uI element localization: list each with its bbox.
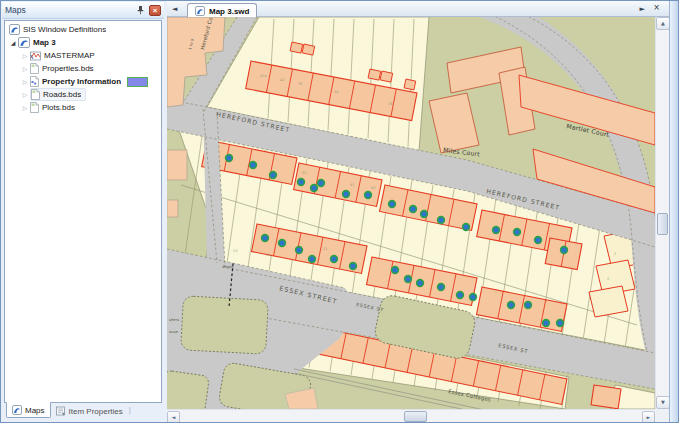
svg-text:47a: 47a <box>260 74 267 78</box>
map-tab-bar: ◄ Map 3.swd ► × <box>167 1 669 17</box>
vertical-scrollbar[interactable]: ▲ ▼ <box>655 17 669 409</box>
svg-text:Posts: Posts <box>223 264 233 269</box>
tree-item-roads-bds[interactable]: ▷ Roads.bds <box>5 88 161 101</box>
svg-text:2: 2 <box>607 277 609 281</box>
panel-title: Maps <box>5 5 26 15</box>
layer-style-swatch[interactable] <box>127 77 148 87</box>
file-icon <box>30 76 39 87</box>
sis-icon <box>9 24 20 35</box>
expander-collapsed-icon[interactable]: ▷ <box>20 52 30 59</box>
tree-item-label: Map 3 <box>33 38 56 47</box>
tree-view: SIS Window Definitions ◢ Map 3 ▷ MASTERM… <box>4 20 162 403</box>
file-icon <box>30 63 39 74</box>
tree-item-map3[interactable]: ◢ Map 3 <box>5 36 161 49</box>
file-icon <box>30 102 39 113</box>
tree-item-mastermap[interactable]: ▷ MASTERMAP <box>5 49 161 62</box>
application-window: Maps × SIS Window Definitions ◢ Map 3 <box>0 0 679 423</box>
scroll-down-icon[interactable]: ▼ <box>656 396 670 409</box>
svg-text:13: 13 <box>233 249 237 253</box>
expander-collapsed-icon[interactable]: ▷ <box>20 78 30 85</box>
tree-item-properties-bds[interactable]: ▷ Properties.bds <box>5 62 161 75</box>
mastermap-icon <box>30 51 41 61</box>
tree-item-property-information[interactable]: ▷ Property Information <box>5 75 161 88</box>
panel-titlebar: Maps × <box>2 2 164 19</box>
svg-text:shers: shers <box>169 318 179 322</box>
maps-tab-icon <box>12 405 22 415</box>
map-tab-icon <box>195 6 205 16</box>
svg-text:38: 38 <box>298 82 302 86</box>
maps-panel: Maps × SIS Window Definitions ◢ Map 3 <box>1 1 165 423</box>
panel-bottom-tabs: Maps Item Properties | <box>1 403 165 423</box>
horizontal-scrollbar[interactable]: ◄ ► <box>167 409 655 423</box>
tab-label: Item Properties <box>69 407 123 416</box>
file-icon <box>31 89 40 100</box>
map-tab-label: Map 3.swd <box>209 7 249 16</box>
expander-collapsed-icon[interactable]: ▷ <box>20 65 30 72</box>
tab-scroll-right-icon[interactable]: ► <box>640 4 645 14</box>
scroll-right-icon[interactable]: ► <box>642 411 655 423</box>
svg-text:62: 62 <box>302 171 306 175</box>
expander-collapsed-icon[interactable]: ▷ <box>20 91 30 98</box>
pin-icon[interactable] <box>135 5 146 16</box>
map-icon <box>18 37 30 48</box>
expander-expanded-icon[interactable]: ◢ <box>8 39 18 46</box>
svg-text:15: 15 <box>266 253 270 257</box>
svg-text:61: 61 <box>350 183 354 187</box>
expander-collapsed-icon[interactable]: ▷ <box>20 104 30 111</box>
window-right-frame <box>669 1 679 423</box>
svg-text:11: 11 <box>323 247 327 251</box>
tree-item-label: SIS Window Definitions <box>23 25 106 34</box>
tab-maps[interactable]: Maps <box>6 402 51 418</box>
tab-separator: | <box>129 405 131 414</box>
tree-item-sis-window-definitions[interactable]: SIS Window Definitions <box>5 23 161 36</box>
map-document-tab[interactable]: Map 3.swd <box>187 3 257 18</box>
scrollbar-corner <box>655 409 669 423</box>
svg-text:ouse: ouse <box>169 330 179 334</box>
scroll-up-icon[interactable]: ▲ <box>656 17 670 30</box>
vertical-scroll-thumb[interactable] <box>657 213 668 235</box>
svg-text:42: 42 <box>280 78 284 82</box>
horizontal-scroll-thumb[interactable] <box>404 411 427 422</box>
item-properties-tab-icon <box>56 406 66 416</box>
tree-item-label: Properties.bds <box>42 64 94 73</box>
tab-item-properties[interactable]: Item Properties <box>51 403 128 419</box>
tree-item-label: Property Information <box>42 77 121 86</box>
svg-text:34: 34 <box>334 90 339 94</box>
tab-scroll-left-icon[interactable]: ◄ <box>172 4 177 14</box>
panel-close-button[interactable]: × <box>149 5 161 16</box>
scroll-left-icon[interactable]: ◄ <box>167 411 180 423</box>
map-close-icon[interactable]: × <box>653 3 660 13</box>
tree-item-label: MASTERMAP <box>44 51 95 60</box>
svg-text:63: 63 <box>371 186 375 190</box>
map-canvas[interactable]: HEREFORD STREETHEREFORD STREETESSEX STRE… <box>167 17 655 409</box>
svg-text:2: 2 <box>614 252 616 256</box>
svg-text:28: 28 <box>388 102 392 106</box>
tree-item-label: Plots.bds <box>42 103 75 112</box>
tab-label: Maps <box>25 406 45 415</box>
tree-item-label: Roads.bds <box>43 90 81 99</box>
tree-item-plots-bds[interactable]: ▷ Plots.bds <box>5 101 161 114</box>
